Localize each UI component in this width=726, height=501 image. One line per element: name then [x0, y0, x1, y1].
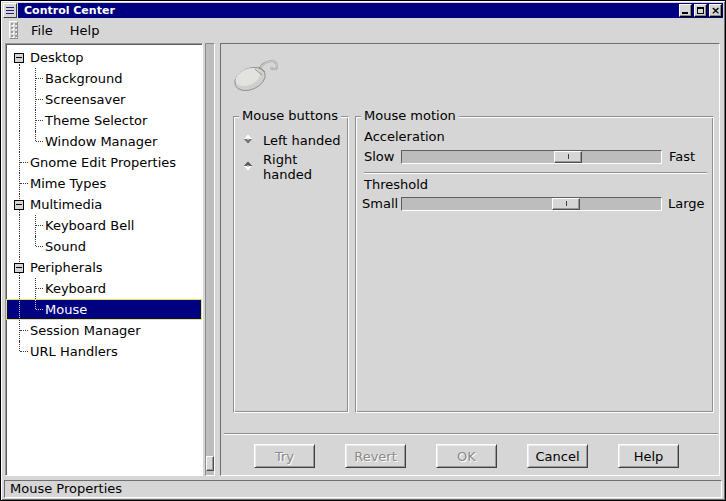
ok-button: OK — [436, 444, 497, 468]
acceleration-label: Acceleration — [364, 129, 445, 144]
tree-item-label: URL Handlers — [30, 341, 118, 362]
tree-item-sound[interactable]: Sound — [6, 236, 202, 257]
radio-left-handed-label: Left handed — [263, 133, 341, 148]
tree-item-session-manager[interactable]: Session Manager — [6, 320, 202, 341]
tree-item-screensaver[interactable]: Screensaver — [6, 89, 202, 110]
revert-button: Revert — [345, 444, 406, 468]
tree-item-label: Session Manager — [30, 320, 141, 341]
tree-scrollbar-thumb[interactable] — [206, 456, 214, 471]
radio-right-handed[interactable]: Right handed — [242, 158, 348, 176]
tree-expander-icon[interactable] — [14, 200, 24, 210]
menu-file[interactable]: File — [25, 21, 59, 40]
window-menu-button[interactable] — [3, 3, 17, 18]
radio-left-handed[interactable]: Left handed — [242, 131, 341, 149]
tree-item-keyboard[interactable]: Keyboard — [6, 278, 202, 299]
tree-item-multimedia[interactable]: Multimedia — [6, 194, 202, 215]
menubar: File Help — [3, 19, 723, 41]
acceleration-slider[interactable] — [401, 150, 662, 164]
maximize-button[interactable] — [694, 4, 707, 17]
close-button[interactable]: × — [709, 4, 722, 17]
tree-item-label: Window Manager — [45, 131, 157, 152]
threshold-min-label: Small — [362, 196, 398, 211]
acceleration-min-label: Slow — [364, 149, 394, 164]
tree-item-label: Keyboard Bell — [45, 215, 134, 236]
tree-item-label: Desktop — [30, 47, 84, 68]
mouse-motion-frame-title: Mouse motion — [361, 108, 459, 123]
tree-item-peripherals[interactable]: Peripherals — [6, 257, 202, 278]
control-center-window: Control Center × File Help DesktopBackgr… — [0, 0, 726, 501]
threshold-slider[interactable] — [401, 197, 662, 211]
acceleration-slider-handle[interactable] — [554, 151, 582, 163]
tree-item-desktop[interactable]: Desktop — [6, 47, 202, 68]
mouse-buttons-frame: Mouse buttons Left handed Right handed — [233, 116, 349, 413]
tree-item-background[interactable]: Background — [6, 68, 202, 89]
tree-item-label: Theme Selector — [45, 110, 147, 131]
tree-item-label: Peripherals — [30, 257, 103, 278]
menu-help[interactable]: Help — [64, 21, 106, 40]
action-area-separator — [224, 433, 718, 435]
cancel-button[interactable]: Cancel — [527, 444, 588, 468]
tree-item-label: Mime Types — [30, 173, 106, 194]
minimize-button[interactable] — [679, 4, 692, 17]
mouse-motion-frame: Mouse motion Acceleration Slow Fast Thre… — [355, 116, 714, 413]
tree-item-label: Sound — [45, 236, 86, 257]
statusbar-text: Mouse Properties — [10, 481, 122, 496]
motion-separator — [364, 172, 707, 174]
tree-item-gnome-edit-properties[interactable]: Gnome Edit Properties — [6, 152, 202, 173]
tree-item-label: Mouse — [45, 299, 87, 320]
control-tree[interactable]: DesktopBackgroundScreensaverTheme Select… — [5, 43, 203, 476]
tree-item-label: Keyboard — [45, 278, 106, 299]
radio-right-handed-label: Right handed — [263, 152, 348, 182]
close-icon: × — [710, 4, 721, 17]
radio-icon — [242, 133, 257, 148]
tree-expander-icon[interactable] — [14, 263, 24, 273]
maximize-icon — [697, 7, 704, 14]
tree-item-theme-selector[interactable]: Theme Selector — [6, 110, 202, 131]
statusbar: Mouse Properties — [4, 480, 722, 498]
tree-item-mime-types[interactable]: Mime Types — [6, 173, 202, 194]
mouse-buttons-frame-title: Mouse buttons — [239, 108, 341, 123]
try-button: Try — [254, 444, 315, 468]
radio-icon — [242, 160, 257, 175]
threshold-slider-handle[interactable] — [552, 198, 580, 210]
acceleration-max-label: Fast — [669, 149, 695, 164]
tree-item-label: Gnome Edit Properties — [30, 152, 176, 173]
tree-item-window-manager[interactable]: Window Manager — [6, 131, 202, 152]
tree-scrollbar[interactable] — [205, 43, 215, 476]
mouse-image — [231, 56, 283, 94]
tree-item-label: Multimedia — [30, 194, 102, 215]
tree-item-url-handlers[interactable]: URL Handlers — [6, 341, 202, 362]
tree-expander-icon[interactable] — [14, 53, 24, 63]
help-button[interactable]: Help — [618, 444, 679, 468]
minimize-icon — [682, 12, 688, 14]
window-menu-icon — [6, 7, 14, 16]
tree-item-label: Screensaver — [45, 89, 125, 110]
threshold-label: Threshold — [364, 177, 428, 192]
tree-item-label: Background — [45, 68, 123, 89]
tree-item-keyboard-bell[interactable]: Keyboard Bell — [6, 215, 202, 236]
titlebar: Control Center × — [3, 3, 723, 18]
window-title: Control Center — [24, 4, 115, 17]
tree-item-mouse[interactable]: Mouse — [6, 299, 202, 320]
threshold-max-label: Large — [668, 196, 705, 211]
menubar-drag-handle-icon[interactable] — [9, 21, 18, 39]
titlebar-bar[interactable]: Control Center × — [18, 3, 723, 18]
capplet-pane: Mouse buttons Left handed Right handed M… — [220, 43, 720, 476]
